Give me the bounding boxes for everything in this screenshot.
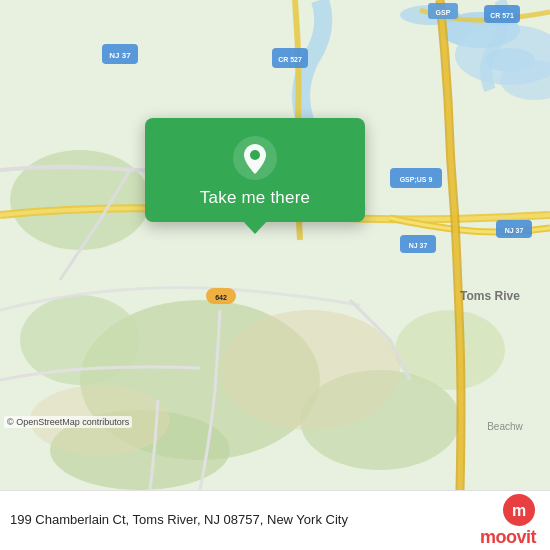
svg-point-33 xyxy=(250,150,260,160)
osm-credit: © OpenStreetMap contributors xyxy=(4,416,132,428)
svg-text:NJ 37: NJ 37 xyxy=(409,242,428,249)
map-container: NJ 37 CR 527 GSP;US 9 NJ 37 NJ 37 CR 571… xyxy=(0,0,550,490)
svg-text:Beachw: Beachw xyxy=(487,421,523,432)
moovit-text: moovit xyxy=(480,527,536,548)
svg-point-8 xyxy=(20,295,140,385)
svg-text:GSP;US 9: GSP;US 9 xyxy=(400,176,433,184)
bottom-bar: 199 Chamberlain Ct, Toms River, NJ 08757… xyxy=(0,490,550,550)
svg-point-6 xyxy=(10,150,150,250)
svg-text:CR 527: CR 527 xyxy=(278,56,302,63)
svg-text:m: m xyxy=(512,502,526,519)
address-text: 199 Chamberlain Ct, Toms River, NJ 08757… xyxy=(10,511,470,529)
svg-text:Toms Rive: Toms Rive xyxy=(460,289,520,303)
location-popup: Take me there xyxy=(145,118,365,222)
svg-point-11 xyxy=(395,310,505,390)
svg-text:642: 642 xyxy=(215,294,227,301)
svg-text:NJ 37: NJ 37 xyxy=(505,227,524,234)
svg-text:CR 571: CR 571 xyxy=(490,12,514,19)
moovit-logo-icon: m xyxy=(502,493,536,527)
take-me-there-button[interactable]: Take me there xyxy=(200,188,310,208)
svg-text:NJ 37: NJ 37 xyxy=(109,51,131,60)
location-pin-icon xyxy=(233,136,277,180)
svg-point-12 xyxy=(220,310,400,430)
svg-text:GSP: GSP xyxy=(436,9,451,16)
moovit-logo: m moovit xyxy=(480,493,536,548)
